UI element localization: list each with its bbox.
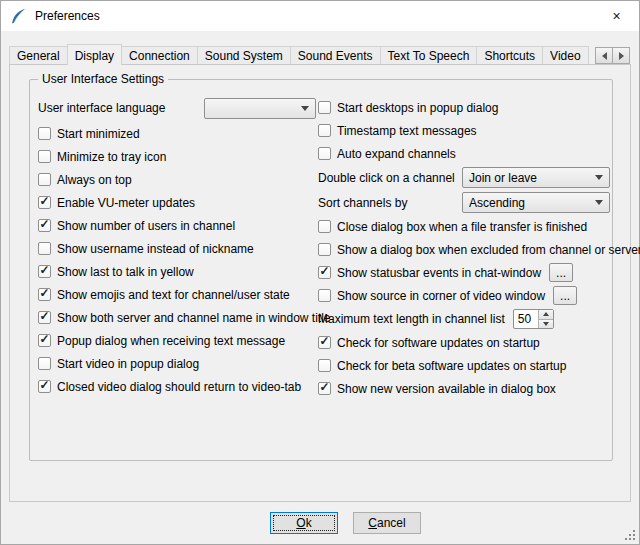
- tab-connection[interactable]: Connection: [121, 46, 198, 65]
- language-select[interactable]: [204, 98, 316, 119]
- max-text-length-label: Maximum text length in channel list: [318, 312, 505, 326]
- checkbox-desktops-popup[interactable]: Start desktops in popup dialog: [318, 101, 498, 115]
- row: Show number of users in channel: [38, 214, 316, 237]
- checkbox-popup-text-message[interactable]: Popup dialog when receiving text message: [38, 334, 285, 348]
- tab-label: Connection: [129, 49, 190, 63]
- tab-sound-events[interactable]: Sound Events: [290, 46, 381, 65]
- checkbox-label: Start video in popup dialog: [57, 357, 199, 371]
- row: Check for beta software updates on start…: [318, 354, 610, 377]
- row: Close dialog box when a file transfer is…: [318, 215, 610, 238]
- checkbox-label: Show number of users in channel: [57, 219, 235, 233]
- tab-shortcuts[interactable]: Shortcuts: [476, 46, 543, 65]
- checkbox-always-on-top[interactable]: Always on top: [38, 173, 132, 187]
- tab-scroll-left-icon: [602, 52, 607, 60]
- checkbox-video-return-to-tab[interactable]: Closed video dialog should return to vid…: [38, 380, 301, 394]
- checkbox-emojis-text-state[interactable]: Show emojis and text for channel/user st…: [38, 288, 290, 302]
- cancel-button[interactable]: Cancel: [353, 512, 421, 534]
- row: Show emojis and text for channel/user st…: [38, 283, 316, 306]
- checkbox-server-channel-in-title[interactable]: Show both server and channel name in win…: [38, 311, 331, 325]
- checkbox-box: [318, 266, 331, 279]
- tab-label: Video: [550, 49, 580, 63]
- statusbar-events-browse-button[interactable]: ...: [549, 263, 573, 282]
- checkbox-auto-expand-channels[interactable]: Auto expand channels: [318, 147, 456, 161]
- chevron-down-icon: [595, 175, 603, 180]
- checkbox-box: [38, 357, 51, 370]
- checkbox-video-popup-dialog[interactable]: Start video in popup dialog: [38, 357, 199, 371]
- spin-up-icon: [543, 312, 549, 316]
- app-icon: [10, 8, 27, 25]
- user-interface-settings-group: User Interface Settings User interface l…: [29, 79, 613, 461]
- checkbox-minimize-to-tray[interactable]: Minimize to tray icon: [38, 150, 166, 164]
- checkbox-box: [318, 382, 331, 395]
- ok-button[interactable]: Ok: [270, 512, 338, 534]
- checkbox-box: [38, 288, 51, 301]
- checkbox-dialog-when-excluded[interactable]: Show a dialog box when excluded from cha…: [318, 243, 640, 257]
- checkbox-box: [38, 196, 51, 209]
- tab-label: General: [17, 49, 60, 63]
- checkbox-new-version-dialog[interactable]: Show new version available in dialog box: [318, 382, 556, 396]
- row: Closed video dialog should return to vid…: [38, 375, 316, 398]
- ok-button-label: Ok: [296, 516, 311, 530]
- checkbox-label: Minimize to tray icon: [57, 150, 166, 164]
- checkbox-last-talk-yellow[interactable]: Show last to talk in yellow: [38, 265, 194, 279]
- spin-up-button[interactable]: [539, 310, 553, 320]
- tab-label: Text To Speech: [388, 49, 470, 63]
- checkbox-username-instead-nickname[interactable]: Show username instead of nickname: [38, 242, 254, 256]
- tab-general[interactable]: General: [9, 46, 68, 65]
- checkbox-box: [38, 265, 51, 278]
- checkbox-box: [38, 311, 51, 324]
- row: Minimize to tray icon: [38, 145, 316, 168]
- checkbox-box: [38, 127, 51, 140]
- tab-text-to-speech[interactable]: Text To Speech: [380, 46, 478, 65]
- double-click-select-value: Join or leave: [469, 171, 537, 185]
- tab-video[interactable]: Video: [542, 46, 588, 65]
- video-source-row: Show source in corner of video window ..…: [318, 284, 610, 307]
- checkbox-video-source-corner[interactable]: Show source in corner of video window: [318, 289, 545, 303]
- double-click-label: Double click on a channel: [318, 171, 455, 185]
- row: Start video in popup dialog: [38, 352, 316, 375]
- row: Show last to talk in yellow: [38, 260, 316, 283]
- close-icon: ×: [612, 8, 620, 24]
- spin-down-icon: [543, 322, 549, 326]
- tab-sound-system[interactable]: Sound System: [197, 46, 291, 65]
- left-column: User interface language Start minimized …: [38, 96, 316, 398]
- tab-label: Sound System: [205, 49, 283, 63]
- tab-label: Sound Events: [298, 49, 373, 63]
- statusbar-events-row: Show statusbar events in chat-window ...: [318, 261, 610, 284]
- checkbox-show-user-count[interactable]: Show number of users in channel: [38, 219, 235, 233]
- tab-scroll-right-icon: [619, 52, 624, 60]
- checkbox-box: [38, 150, 51, 163]
- video-source-browse-button[interactable]: ...: [553, 286, 577, 305]
- row: Auto expand channels: [318, 142, 610, 165]
- tab-scroll-right-button[interactable]: [612, 47, 630, 64]
- sort-channels-row: Sort channels by Ascending: [318, 190, 610, 215]
- tab-bar: General Display Connection Sound System …: [9, 43, 593, 65]
- tab-scrollers: [595, 47, 630, 64]
- row: Show new version available in dialog box: [318, 377, 610, 400]
- right-column: Start desktops in popup dialog Timestamp…: [318, 96, 610, 400]
- row: Timestamp text messages: [318, 119, 610, 142]
- title-bar[interactable]: Preferences ×: [1, 1, 639, 31]
- resize-grip[interactable]: [623, 528, 635, 540]
- tab-scroll-left-button[interactable]: [595, 47, 613, 64]
- checkbox-label: Start minimized: [57, 127, 140, 141]
- checkbox-check-beta-updates[interactable]: Check for beta software updates on start…: [318, 359, 566, 373]
- preferences-dialog: Preferences × General Display Connection…: [0, 0, 640, 545]
- max-text-length-spinner[interactable]: 50: [513, 309, 554, 329]
- checkbox-statusbar-events[interactable]: Show statusbar events in chat-window: [318, 266, 541, 280]
- checkbox-vu-meter-updates[interactable]: Enable VU-meter updates: [38, 196, 195, 210]
- double-click-select[interactable]: Join or leave: [462, 167, 610, 188]
- sort-channels-select-value: Ascending: [469, 196, 525, 210]
- row: Always on top: [38, 168, 316, 191]
- checkbox-timestamp-messages[interactable]: Timestamp text messages: [318, 124, 477, 138]
- sort-channels-select[interactable]: Ascending: [462, 192, 610, 213]
- checkbox-start-minimized[interactable]: Start minimized: [38, 127, 140, 141]
- tab-display[interactable]: Display: [67, 44, 122, 65]
- checkbox-box: [38, 219, 51, 232]
- sort-channels-label: Sort channels by: [318, 196, 407, 210]
- spin-buttons: [538, 310, 553, 328]
- spin-down-button[interactable]: [539, 320, 553, 329]
- checkbox-check-updates[interactable]: Check for software updates on startup: [318, 336, 540, 350]
- checkbox-close-on-transfer-finished[interactable]: Close dialog box when a file transfer is…: [318, 220, 587, 234]
- close-button[interactable]: ×: [594, 1, 639, 30]
